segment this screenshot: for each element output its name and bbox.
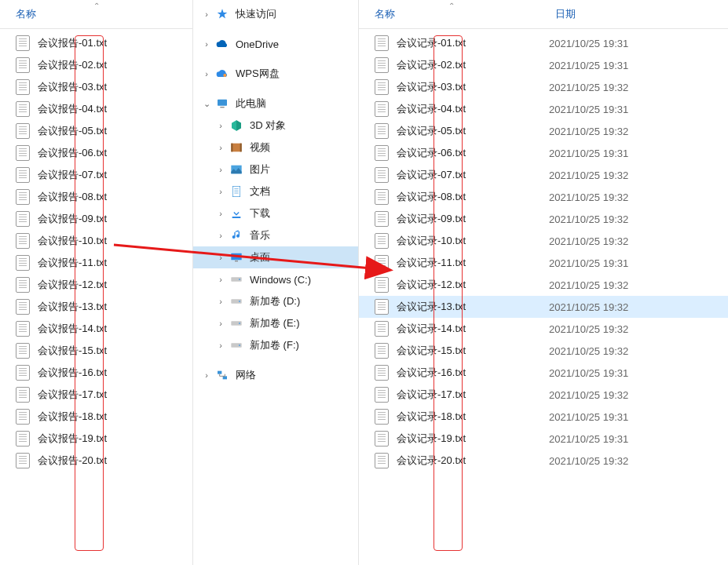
text-file-icon bbox=[16, 79, 30, 95]
file-row[interactable]: 会议记录-04.txt2021/10/25 19:31 bbox=[359, 98, 728, 120]
svg-point-14 bbox=[239, 301, 240, 302]
column-date-header[interactable]: 日期 bbox=[555, 7, 712, 21]
nav-item-cloud[interactable]: ›OneDrive bbox=[193, 33, 358, 55]
nav-item-drive[interactable]: ›新加卷 (E:) bbox=[193, 312, 358, 334]
nav-item-music[interactable]: ›音乐 bbox=[193, 224, 358, 246]
chevron-icon[interactable]: › bbox=[215, 121, 226, 130]
chevron-icon[interactable]: › bbox=[215, 143, 226, 152]
file-row[interactable]: 会议报告-17.txt bbox=[0, 384, 192, 406]
file-row[interactable]: 会议报告-16.txt bbox=[0, 362, 192, 384]
file-row[interactable]: 会议报告-15.txt bbox=[0, 340, 192, 362]
nav-item-image[interactable]: ›图片 bbox=[193, 159, 358, 180]
file-row[interactable]: 会议记录-09.txt2021/10/25 19:32 bbox=[359, 208, 728, 230]
nav-item-video[interactable]: ›视频 bbox=[193, 137, 358, 159]
file-row[interactable]: 会议报告-03.txt bbox=[0, 76, 192, 98]
chevron-icon[interactable]: › bbox=[215, 275, 226, 284]
file-row[interactable]: 会议记录-03.txt2021/10/25 19:32 bbox=[359, 76, 728, 98]
cube-icon bbox=[229, 119, 243, 132]
chevron-icon[interactable]: › bbox=[201, 370, 212, 380]
file-row[interactable]: 会议报告-20.txt bbox=[0, 450, 192, 472]
file-row[interactable]: 会议报告-10.txt bbox=[0, 230, 192, 252]
file-row[interactable]: 会议记录-16.txt2021/10/25 19:31 bbox=[359, 362, 728, 384]
chevron-icon[interactable]: › bbox=[215, 341, 226, 350]
file-row[interactable]: 会议报告-02.txt bbox=[0, 54, 192, 76]
sort-indicator-icon: ⌃ bbox=[448, 2, 455, 10]
file-row[interactable]: 会议报告-01.txt bbox=[0, 32, 192, 54]
column-name-header[interactable]: 名称 bbox=[375, 7, 555, 21]
nav-item-desktop[interactable]: ›桌面 bbox=[193, 246, 358, 268]
file-row[interactable]: 会议记录-11.txt2021/10/25 19:31 bbox=[359, 252, 728, 274]
text-file-icon bbox=[375, 387, 389, 403]
nav-item-cube[interactable]: ›3D 对象 bbox=[193, 115, 358, 137]
file-row[interactable]: 会议记录-17.txt2021/10/25 19:32 bbox=[359, 384, 728, 406]
nav-item-drive[interactable]: ›新加卷 (F:) bbox=[193, 334, 358, 356]
drive-icon bbox=[229, 273, 243, 286]
file-row[interactable]: 会议记录-12.txt2021/10/25 19:32 bbox=[359, 274, 728, 296]
chevron-icon[interactable]: › bbox=[215, 297, 226, 306]
file-name: 会议报告-19.txt bbox=[38, 432, 107, 446]
file-row[interactable]: 会议记录-15.txt2021/10/25 19:32 bbox=[359, 340, 728, 362]
nav-item-pc[interactable]: ⌄此电脑 bbox=[193, 93, 358, 115]
file-row[interactable]: 会议记录-10.txt2021/10/25 19:32 bbox=[359, 230, 728, 252]
file-row[interactable]: 会议报告-13.txt bbox=[0, 296, 192, 318]
file-date: 2021/10/25 19:32 bbox=[549, 301, 628, 313]
file-row[interactable]: 会议报告-18.txt bbox=[0, 406, 192, 428]
nav-item-network[interactable]: ›网络 bbox=[193, 364, 358, 386]
file-row[interactable]: 会议报告-04.txt bbox=[0, 98, 192, 120]
file-row[interactable]: 会议报告-12.txt bbox=[0, 274, 192, 296]
left-file-list: 会议报告-01.txt会议报告-02.txt会议报告-03.txt会议报告-04… bbox=[0, 29, 192, 472]
chevron-icon[interactable]: › bbox=[201, 9, 212, 19]
file-row[interactable]: 会议报告-14.txt bbox=[0, 318, 192, 340]
chevron-icon[interactable]: › bbox=[215, 187, 226, 196]
nav-item-star[interactable]: ›快速访问 bbox=[193, 3, 358, 25]
chevron-icon[interactable]: › bbox=[215, 253, 226, 262]
text-file-icon bbox=[375, 343, 389, 359]
svg-rect-5 bbox=[240, 144, 242, 152]
text-file-icon bbox=[16, 321, 30, 337]
file-row[interactable]: 会议报告-07.txt bbox=[0, 164, 192, 186]
chevron-icon[interactable]: › bbox=[215, 209, 226, 218]
file-row[interactable]: 会议记录-19.txt2021/10/25 19:31 bbox=[359, 428, 728, 450]
nav-item-doc[interactable]: ›文档 bbox=[193, 180, 358, 202]
nav-item-drive[interactable]: ›新加卷 (D:) bbox=[193, 290, 358, 312]
file-row[interactable]: 会议报告-11.txt bbox=[0, 252, 192, 274]
file-row[interactable]: 会议记录-20.txt2021/10/25 19:32 bbox=[359, 450, 728, 472]
file-name: 会议记录-14.txt bbox=[397, 322, 549, 336]
file-row[interactable]: 会议报告-09.txt bbox=[0, 208, 192, 230]
text-file-icon bbox=[16, 409, 30, 425]
chevron-icon[interactable]: › bbox=[215, 231, 226, 240]
file-row[interactable]: 会议报告-06.txt bbox=[0, 142, 192, 164]
file-date: 2021/10/25 19:32 bbox=[549, 82, 628, 93]
file-name: 会议记录-09.txt bbox=[397, 212, 549, 226]
column-name-header[interactable]: 名称 bbox=[16, 7, 36, 21]
file-row[interactable]: 会议报告-19.txt bbox=[0, 428, 192, 450]
nav-item-download[interactable]: ›下载 bbox=[193, 202, 358, 224]
file-row[interactable]: 会议报告-08.txt bbox=[0, 186, 192, 208]
file-row[interactable]: 会议记录-08.txt2021/10/25 19:32 bbox=[359, 186, 728, 208]
chevron-icon[interactable]: › bbox=[215, 165, 226, 174]
chevron-icon[interactable]: ⌄ bbox=[201, 99, 212, 109]
file-row[interactable]: 会议记录-07.txt2021/10/25 19:32 bbox=[359, 164, 728, 186]
right-file-panel: ⌃ 名称 日期 会议记录-01.txt2021/10/25 19:31会议记录-… bbox=[359, 0, 728, 565]
file-row[interactable]: 会议记录-06.txt2021/10/25 19:31 bbox=[359, 142, 728, 164]
chevron-icon[interactable]: › bbox=[215, 319, 226, 328]
nav-tree: ›快速访问›OneDrive›WPS网盘⌄此电脑›3D 对象›视频›图片›文档›… bbox=[193, 3, 358, 386]
nav-label: Windows (C:) bbox=[250, 274, 311, 286]
right-column-header[interactable]: ⌃ 名称 日期 bbox=[359, 0, 728, 29]
file-row[interactable]: 会议记录-01.txt2021/10/25 19:31 bbox=[359, 32, 728, 54]
file-row[interactable]: 会议报告-05.txt bbox=[0, 120, 192, 142]
file-name: 会议报告-15.txt bbox=[38, 344, 107, 358]
svg-point-16 bbox=[239, 323, 240, 324]
chevron-icon[interactable]: › bbox=[201, 69, 212, 78]
file-row[interactable]: 会议记录-13.txt2021/10/25 19:32 bbox=[359, 296, 728, 318]
file-row[interactable]: 会议记录-05.txt2021/10/25 19:32 bbox=[359, 120, 728, 142]
file-row[interactable]: 会议记录-02.txt2021/10/25 19:31 bbox=[359, 54, 728, 76]
file-row[interactable]: 会议记录-14.txt2021/10/25 19:32 bbox=[359, 318, 728, 340]
text-file-icon bbox=[16, 431, 30, 447]
left-column-header[interactable]: ⌃ 名称 bbox=[0, 0, 192, 29]
file-row[interactable]: 会议记录-18.txt2021/10/25 19:31 bbox=[359, 406, 728, 428]
chevron-icon[interactable]: › bbox=[201, 39, 212, 49]
nav-item-drive[interactable]: ›Windows (C:) bbox=[193, 268, 358, 290]
nav-item-wps[interactable]: ›WPS网盘 bbox=[193, 63, 358, 85]
text-file-icon bbox=[16, 277, 30, 293]
